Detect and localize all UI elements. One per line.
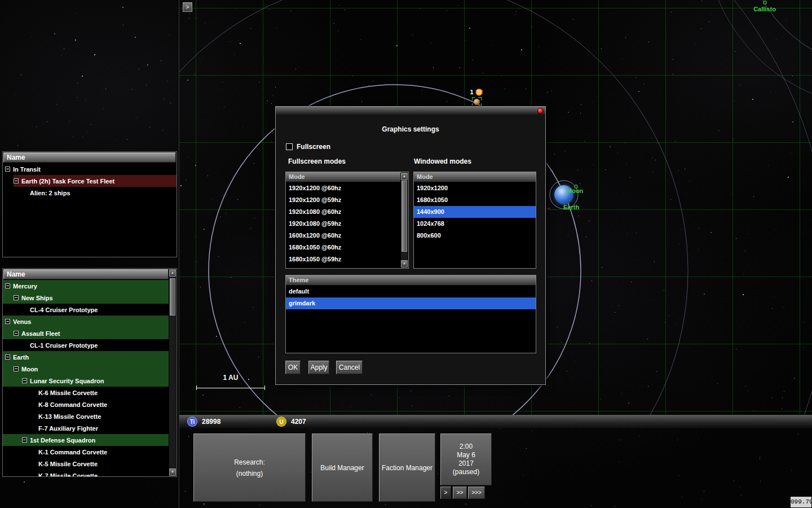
tree-row[interactable]: −In Transit (3, 163, 176, 175)
scroll-thumb[interactable] (170, 278, 175, 316)
sidebar-collapse-button[interactable]: > (183, 2, 192, 12)
ok-button[interactable]: OK (285, 361, 301, 374)
tree-row-label: CL-4 Cruiser Prototype (30, 306, 98, 313)
tree-row[interactable]: −1st Defense Squadron (3, 434, 169, 446)
callisto-label: Callisto (751, 6, 778, 12)
time-clock: 2:00 (460, 443, 473, 451)
transit-count: 1 (470, 89, 474, 95)
tree-expander-icon[interactable]: − (22, 437, 27, 443)
list-item[interactable]: 1600x1200 @60hz (286, 230, 401, 242)
tree-row-label: Mercury (13, 283, 37, 290)
tree-row[interactable]: −Assault Fleet (3, 327, 169, 339)
callisto-marker[interactable]: Callisto (751, 1, 778, 12)
tree-row[interactable]: −Lunar Security Squadron (3, 375, 169, 387)
dialog-titlebar[interactable] (276, 107, 545, 115)
list-item[interactable]: 1024x768 (414, 218, 536, 230)
sidebar: Name −In Transit−Earth (2h) Task Force T… (0, 0, 179, 508)
scroll-down-icon[interactable]: ▼ (169, 468, 176, 476)
tree-row[interactable]: K-7 Missile Corvette (3, 470, 169, 477)
graphics-settings-dialog: Graphics settings Fullscreen Fullscreen … (275, 106, 546, 385)
scale-bar (196, 386, 265, 390)
list-item[interactable]: 1920x1080 @59hz (286, 218, 401, 230)
mineral-readout: Ti28998 (187, 417, 220, 427)
scroll-up-icon[interactable]: ▲ (401, 173, 408, 180)
windowed-modes-items: 1920x12001680x10501440x9001024x768800x60… (414, 182, 536, 242)
orbit-ring (705, 0, 812, 107)
research-button[interactable]: Research: (nothing) (193, 433, 306, 502)
list-item[interactable]: grimdark (286, 297, 536, 309)
tree-row[interactable]: −Venus (3, 316, 169, 327)
list-item[interactable]: 1920x1200 @59hz (286, 194, 401, 206)
transit-marker-line: 1 ♊ (464, 89, 489, 96)
tree-row[interactable]: CL-4 Cruiser Prototype (3, 304, 169, 316)
tree-row[interactable]: −New Ships (3, 292, 169, 304)
list-item[interactable]: 800x600 (414, 230, 536, 242)
fullscreen-modes-label: Fullscreen modes (288, 157, 346, 165)
tree-expander-icon[interactable]: − (5, 319, 10, 324)
research-button-line1: Research: (234, 457, 265, 468)
transit-panel: Name −In Transit−Earth (2h) Task Force T… (2, 151, 177, 257)
list-item[interactable]: 1920x1080 @60hz (286, 206, 401, 218)
scroll-up-icon[interactable]: ▲ (169, 269, 176, 277)
tree-expander-icon[interactable]: − (14, 295, 19, 300)
tree-row[interactable]: K-6 Missile Corvette (3, 387, 169, 398)
tree-row[interactable]: K-1 Command Corvette (3, 446, 169, 458)
close-icon[interactable] (537, 108, 544, 114)
list-item[interactable]: default (286, 286, 536, 297)
mineral-amount: 4207 (291, 418, 306, 426)
scroll-thumb[interactable] (401, 181, 407, 252)
tree-row[interactable]: −Earth (3, 351, 169, 363)
fullscreen-modes-list: Mode 1920x1200 @60hz1920x1200 @59hz1920x… (285, 172, 409, 269)
list-item[interactable]: 1680x1050 @59hz (286, 253, 401, 265)
list-item[interactable]: 812x508 (414, 206, 536, 218)
time-advance-button[interactable]: >> (453, 487, 467, 499)
tree-row[interactable]: K-8 Command Corvette (3, 398, 169, 410)
tree-expander-icon[interactable]: − (5, 283, 10, 288)
tree-row[interactable]: −Mercury (3, 280, 169, 292)
tree-expander-icon[interactable]: − (14, 366, 19, 371)
research-button-line2: (nothing) (236, 468, 263, 479)
tree-expander-icon[interactable]: − (5, 354, 10, 360)
selection-brackets-icon (472, 97, 482, 107)
earth-label: Earth (563, 204, 579, 211)
list-item[interactable]: 1680x1050 @60hz (286, 242, 401, 253)
list-item[interactable]: 1920x1200 (414, 182, 536, 194)
fullscreen-checkbox-row[interactable]: Fullscreen (286, 143, 330, 151)
tree-expander-icon[interactable]: − (14, 178, 19, 183)
time-year: 2017 (458, 459, 474, 468)
build-manager-button[interactable]: Build Manager (312, 433, 373, 502)
scrollbar[interactable]: ▲ ▼ (169, 269, 176, 476)
tree-row[interactable]: −Moon (3, 363, 169, 375)
tree-row-label: Venus (13, 318, 31, 325)
scroll-down-icon[interactable]: ▼ (401, 260, 408, 268)
list-item[interactable]: 1920x1200 @60hz (286, 182, 401, 194)
theme-items: defaultgrimdark (286, 286, 536, 309)
time-advance-button[interactable]: >>> (468, 487, 485, 499)
scrollbar[interactable]: ▲ ▼ (400, 173, 408, 268)
fps-counter: 099.79 (791, 497, 811, 507)
time-advance-button[interactable]: > (440, 487, 451, 499)
transit-fleet-marker[interactable]: 1 ♊ (464, 89, 489, 107)
fleet-panel: Name −Mercury−New ShipsCL-4 Cruiser Prot… (2, 268, 177, 477)
tree-row[interactable]: CL-1 Cruiser Prototype (3, 339, 169, 351)
tree-expander-icon[interactable]: − (14, 331, 19, 336)
faction-manager-button[interactable]: Faction Manager (379, 433, 435, 502)
windowed-modes-label: Windowed modes (414, 157, 471, 165)
tree-expander-icon[interactable]: − (22, 378, 27, 383)
tree-row-label: Lunar Security Squadron (30, 378, 104, 384)
tree-row[interactable]: K-5 Missile Corvette (3, 458, 169, 470)
tree-expander-icon[interactable]: − (5, 167, 10, 172)
time-display[interactable]: 2:00 May 6 2017 (paused) (440, 433, 492, 485)
list-item[interactable]: 1680x1050 (414, 194, 536, 206)
mineral-strip: Ti28998U4207 (179, 415, 812, 428)
moon-label: Moon (567, 187, 583, 194)
tree-row[interactable]: −Earth (2h) Task Force Test Fleet (14, 175, 176, 187)
cancel-button[interactable]: Cancel (336, 361, 363, 374)
tree-row[interactable]: K-13 Missile Corvette (3, 410, 169, 422)
fullscreen-checkbox[interactable] (286, 143, 293, 150)
windowed-modes-list: Mode 1920x12001680x10501440x9001024x7688… (413, 172, 536, 269)
apply-button[interactable]: Apply (308, 361, 329, 374)
time-paused-status: (paused) (453, 468, 479, 476)
tree-row[interactable]: F-7 Auxiliary Fighter (3, 422, 169, 434)
tree-row[interactable]: Alien: 2 ships (3, 187, 176, 199)
